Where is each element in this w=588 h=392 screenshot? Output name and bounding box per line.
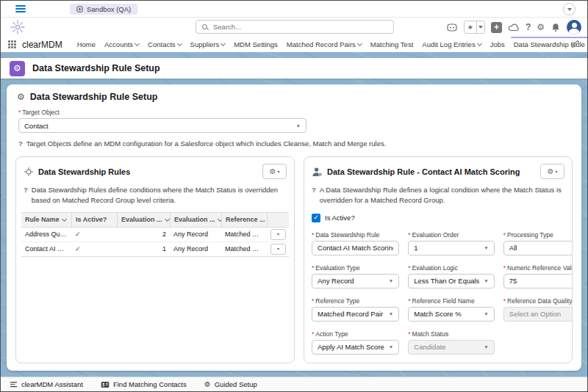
target-object-label: *Target Object <box>15 109 573 116</box>
help-question-icon: ? <box>24 185 28 206</box>
global-header: ★ + ? ⚙ <box>1 18 587 37</box>
target-object-select[interactable]: Contact ▼ <box>18 118 306 133</box>
favorites-menu-button[interactable] <box>476 21 484 33</box>
is-active-label: Is Active? <box>325 214 355 222</box>
table-row[interactable]: Contact AI Matc... ✓ 1 Any Record Matche… <box>21 242 289 257</box>
sandbox-label: Sandbox (QA) <box>87 5 131 13</box>
field-numeric-reference-value: *Numeric Reference Value <box>503 264 573 288</box>
caret-down-icon: ▼ <box>389 311 393 316</box>
setup-gear-icon[interactable]: ⚙ <box>537 23 545 32</box>
user-avatar[interactable] <box>567 20 581 35</box>
reference-type-select[interactable]: Matched Record Pair▼ <box>312 307 399 322</box>
page-title: Data Stewardship Rule Setup <box>32 63 160 73</box>
evaluation-order-select[interactable]: 1▼ <box>408 241 495 255</box>
data-stewardship-rule-input[interactable] <box>312 241 399 255</box>
rules-settings-menu-button[interactable]: ⚙ ▾ <box>262 164 287 179</box>
global-search[interactable] <box>196 20 394 34</box>
sort-chevron-icon <box>61 217 66 222</box>
detail-panel-help: ? A Data Stewardship Rule defines a logi… <box>312 185 564 206</box>
notifications-bell-icon[interactable] <box>551 22 561 33</box>
field-data-stewardship-rule: *Data Stewardship Rule <box>312 231 399 255</box>
search-icon <box>202 24 208 30</box>
evaluation-logic-select[interactable]: Less Than Or Equals▼ <box>408 274 495 288</box>
field-evaluation-order: *Evaluation Order 1▼ <box>408 231 495 255</box>
gear-icon: ⚙ <box>17 92 25 101</box>
field-processing-type: *Processing Type All▼ <box>503 231 573 255</box>
rules-table-header: Rule Name Is Active? Evaluation ... Eval… <box>21 212 289 228</box>
edit-nav-pencil-icon[interactable] <box>571 40 580 48</box>
field-reference-data-quality-ruleset: *Reference Data Quality Ruleset Select a… <box>503 297 573 322</box>
utility-clearmdm-assistant[interactable]: clearMDM Assistant <box>10 380 83 388</box>
numeric-reference-value-input[interactable] <box>503 274 573 288</box>
utility-guided-setup[interactable]: ⚙ Guided Setup <box>204 380 257 388</box>
help-icon[interactable]: ? <box>526 22 531 32</box>
detail-panel-title: Data Stewardship Rule - Contact AI Match… <box>327 167 520 176</box>
is-active-checkbox[interactable]: ✓ <box>312 214 320 222</box>
tab-home[interactable]: Home <box>73 37 100 52</box>
processing-type-select[interactable]: All▼ <box>503 241 573 255</box>
rule-form: *Data Stewardship Rule *Evaluation Order… <box>312 231 564 355</box>
utility-find-matching-contacts[interactable]: Find Matching Contacts <box>101 380 187 388</box>
detail-settings-menu-button[interactable]: ⚙ ▾ <box>540 164 564 179</box>
tab-mdm-settings[interactable]: MDM Settings <box>229 37 282 52</box>
page-background: ⚙ Data Stewardship Rule Setup ⚙ Data Ste… <box>1 52 587 391</box>
app-name: clearMDM <box>22 40 62 50</box>
evaluation-type-select[interactable]: Any Record▼ <box>312 274 399 288</box>
clearmdm-logo-icon <box>10 19 26 35</box>
caret-down-icon: ▾ <box>277 170 279 174</box>
column-evaluation-type[interactable]: Evaluation ... <box>170 213 221 227</box>
detail-panel-header: Data Stewardship Rule - Contact AI Match… <box>312 164 564 179</box>
match-status-select: Candidate▼ <box>408 340 495 355</box>
field-reference-type: *Reference Type Matched Record Pair▼ <box>312 297 399 322</box>
star-icon: ★ <box>467 23 473 31</box>
app-launcher-icon[interactable] <box>8 40 16 48</box>
app-nav-bar: clearMDM Home Accounts Contacts Supplier… <box>1 37 587 53</box>
cloud-icon[interactable] <box>508 23 520 32</box>
rules-panel-help: ? Data Stewardship Rules define conditio… <box>24 185 287 206</box>
einstein-assistant-icon[interactable] <box>446 22 458 32</box>
cell-evaluation-order: 1 <box>117 245 170 253</box>
favorites-control: ★ <box>464 21 485 34</box>
contacts-card-icon <box>101 381 110 388</box>
tab-suppliers[interactable]: Suppliers <box>186 37 230 52</box>
cell-reference: Matched Record... <box>221 245 267 253</box>
tab-jobs[interactable]: Jobs <box>486 37 509 52</box>
setup-card-header: ⚙ Data Stewardship Rule Setup <box>15 92 573 102</box>
cell-is-active-check-icon: ✓ <box>71 231 117 238</box>
tab-audit-log-entries[interactable]: Audit Log Entries <box>417 37 485 52</box>
column-reference[interactable]: Reference ... <box>221 213 267 227</box>
column-is-active[interactable]: Is Active? <box>71 213 117 227</box>
chevron-down-icon <box>220 41 226 46</box>
field-evaluation-logic: *Evaluation Logic Less Than Or Equals▼ <box>408 264 495 288</box>
column-evaluation-order[interactable]: Evaluation ... <box>117 213 170 227</box>
row-actions-menu-button[interactable]: ▾ <box>270 229 286 240</box>
tab-accounts[interactable]: Accounts <box>100 37 143 52</box>
global-actions-button[interactable]: + <box>491 22 502 33</box>
column-rule-name[interactable]: Rule Name <box>21 213 71 227</box>
tab-contacts[interactable]: Contacts <box>143 37 186 52</box>
action-type-select[interactable]: Apply AI Match Score▼ <box>312 340 399 355</box>
app-window: Sandbox (QA) ★ + <box>0 0 588 392</box>
favorite-star-button[interactable]: ★ <box>465 21 476 33</box>
reference-field-name-select[interactable]: Match Score %▼ <box>408 307 495 322</box>
tab-matching-test[interactable]: Matching Test <box>366 37 417 52</box>
chevron-down-icon <box>357 41 362 46</box>
chevron-down-icon <box>477 41 482 46</box>
sandbox-badge[interactable]: Sandbox (QA) <box>70 4 137 15</box>
chevron-down-icon <box>478 26 483 29</box>
cell-evaluation-order: 2 <box>117 231 170 238</box>
field-match-status: *Match Status Candidate▼ <box>408 330 495 355</box>
tab-matched-record-pairs[interactable]: Matched Record Pairs <box>282 37 366 52</box>
field-evaluation-type: *Evaluation Type Any Record▼ <box>312 264 399 288</box>
row-actions-menu-button[interactable]: ▾ <box>270 244 286 255</box>
table-row[interactable]: Address Quality ... ✓ 2 Any Record Match… <box>21 228 289 242</box>
target-object-help: ? Target Objects define an MDM configura… <box>15 139 573 149</box>
hamburger-menu-icon[interactable] <box>15 5 26 12</box>
page-gear-icon: ⚙ <box>10 61 25 76</box>
chevron-down-icon <box>135 41 140 46</box>
search-input[interactable] <box>212 22 393 32</box>
column-actions <box>267 213 289 227</box>
caret-down-icon: ▼ <box>484 245 488 250</box>
user-gear-icon <box>312 167 323 177</box>
collapse-bar-button[interactable] <box>563 3 576 15</box>
